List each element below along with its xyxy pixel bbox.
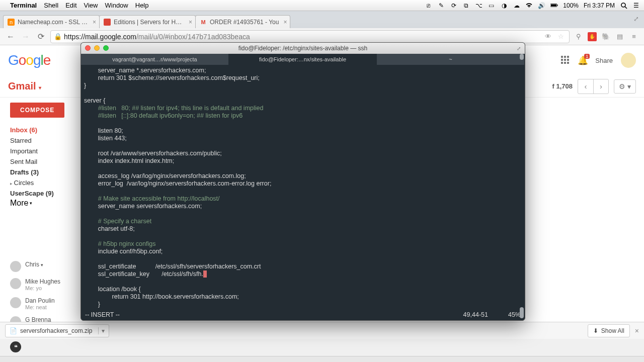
terminal-tabs: vagrant@vagrant…r/www/projecta fido@Fide… bbox=[81, 54, 525, 65]
terminal-body[interactable]: server_name *.serversforhackers.com; ret… bbox=[81, 65, 525, 311]
terminal-tab[interactable]: vagrant@vagrant…r/www/projecta bbox=[81, 54, 229, 65]
evernote-icon[interactable]: 🐘 bbox=[601, 32, 611, 42]
favicon-namecheap: n bbox=[8, 19, 15, 26]
chrome-tabstrip: n Namecheap.com - SSL Ce × Editions | Se… bbox=[0, 11, 644, 28]
download-item[interactable]: 📄 serversforhackers_com.zip ▾ bbox=[5, 324, 109, 337]
eye-icon[interactable]: 👁 bbox=[543, 32, 553, 42]
next-button[interactable]: › bbox=[593, 79, 608, 94]
browser-tab[interactable]: Editions | Servers for Hack × bbox=[99, 15, 196, 28]
screencast-icon[interactable]: ⎚ bbox=[425, 2, 432, 9]
sidebar-folder[interactable]: Drafts (3) bbox=[10, 167, 72, 177]
window-controls[interactable] bbox=[85, 45, 109, 51]
pager: ‹ › bbox=[578, 79, 609, 94]
battery-icon[interactable] bbox=[550, 2, 558, 9]
volume-icon[interactable]: 🔊 bbox=[538, 2, 545, 9]
lock-icon: 🔒 bbox=[54, 33, 62, 40]
battery-percent: 100% bbox=[563, 2, 579, 9]
more-link[interactable]: More▾ bbox=[10, 199, 72, 208]
favicon-sfh bbox=[104, 19, 111, 26]
active-app[interactable]: Terminal bbox=[10, 2, 37, 9]
terminal-title: fido@Fideloper: /etc/nginx/sites-availab… bbox=[238, 45, 367, 52]
menu-help[interactable]: Help bbox=[135, 2, 149, 9]
notifications-bell-icon[interactable]: 🔔1 bbox=[577, 55, 588, 66]
google-logo[interactable]: Google bbox=[8, 52, 50, 68]
spotlight-icon[interactable] bbox=[620, 2, 627, 9]
chrome-menu-icon[interactable]: ≡ bbox=[629, 32, 639, 42]
sidebar-folder[interactable]: Starred bbox=[10, 135, 72, 146]
wifi-icon[interactable] bbox=[525, 2, 533, 9]
terminal-window[interactable]: fido@Fideloper: /etc/nginx/sites-availab… bbox=[80, 42, 525, 321]
gmail-sidebar: COMPOSE Inbox (6)StarredImportantSent Ma… bbox=[0, 98, 75, 339]
apps-grid-icon[interactable] bbox=[561, 56, 570, 65]
chat-contact[interactable]: Dan PoulinMe: neat bbox=[10, 294, 72, 313]
svg-rect-1 bbox=[551, 4, 556, 6]
download-shelf: 📄 serversforhackers_com.zip ▾ ⬇ Show All… bbox=[0, 322, 644, 339]
chat-contact[interactable]: Mike HughesMe: yo bbox=[10, 275, 72, 294]
chevron-down-icon[interactable]: ▾ bbox=[98, 327, 105, 334]
address-bar[interactable]: 🔒 https://mail.google.com/mail/u/0/#inbo… bbox=[50, 30, 570, 43]
vpn-icon[interactable]: ◑ bbox=[500, 2, 508, 9]
svg-rect-2 bbox=[557, 5, 558, 6]
menu-edit[interactable]: Edit bbox=[65, 2, 76, 9]
browser-tab[interactable]: M ORDER #14935761 - You × bbox=[195, 15, 290, 28]
hangouts-icon[interactable]: ❝ bbox=[10, 341, 21, 352]
inbox-count: f 1,708 bbox=[552, 82, 573, 90]
vim-status: -- INSERT -- 49,44-51 45% bbox=[81, 311, 525, 320]
menu-view[interactable]: View bbox=[84, 2, 98, 9]
avatar bbox=[10, 261, 21, 272]
avatar[interactable] bbox=[621, 53, 636, 68]
key-icon[interactable]: ✎ bbox=[437, 2, 445, 9]
compose-button[interactable]: COMPOSE bbox=[10, 103, 64, 118]
display-icon[interactable]: ▭ bbox=[488, 2, 495, 9]
adblock-icon[interactable]: ✋ bbox=[588, 32, 597, 41]
menu-window[interactable]: Window bbox=[105, 2, 128, 9]
sync-icon[interactable]: ⟳ bbox=[450, 2, 457, 9]
download-icon: ⬇ bbox=[593, 327, 598, 334]
sidebar-folder[interactable]: Inbox (6) bbox=[10, 125, 72, 135]
dock[interactable] bbox=[0, 356, 644, 362]
prev-button[interactable]: ‹ bbox=[578, 79, 593, 94]
terminal-scrollbar[interactable] bbox=[519, 54, 524, 318]
fullscreen-icon[interactable]: ⤢ bbox=[633, 15, 639, 23]
forward-button[interactable]: → bbox=[20, 31, 31, 42]
extension-icon[interactable]: ⚲ bbox=[574, 32, 584, 42]
sidebar-folder[interactable]: Sent Mail bbox=[10, 156, 72, 167]
terminal-tab[interactable]: fido@Fideloper:…nx/sites-available bbox=[229, 54, 377, 65]
close-tab-icon[interactable]: × bbox=[283, 19, 287, 26]
back-button[interactable]: ← bbox=[5, 31, 16, 42]
close-shelf-icon[interactable]: × bbox=[635, 327, 639, 335]
show-all-button[interactable]: ⬇ Show All bbox=[588, 324, 630, 337]
dropbox-icon[interactable]: ⧉ bbox=[462, 2, 470, 9]
file-icon: 📄 bbox=[10, 327, 17, 334]
menu-shell[interactable]: Shell bbox=[44, 2, 58, 9]
bookmark-icon[interactable]: ☆ bbox=[556, 32, 566, 42]
chat-icon[interactable]: ☁ bbox=[513, 2, 520, 9]
sidebar-folder[interactable]: UserScape (9) bbox=[10, 188, 72, 199]
alfred-icon[interactable]: ⌥ bbox=[475, 2, 482, 9]
notification-center-icon[interactable]: ☰ bbox=[632, 2, 640, 9]
browser-tab[interactable]: n Namecheap.com - SSL Ce × bbox=[3, 15, 100, 28]
avatar bbox=[10, 278, 21, 289]
macos-menubar: Terminal Shell Edit View Window Help ⎚ ✎… bbox=[0, 0, 644, 11]
terminal-tab[interactable]: ~ bbox=[377, 54, 525, 65]
sidebar-folder[interactable]: Important bbox=[10, 146, 72, 156]
clock[interactable]: Fri 3:37 PM bbox=[584, 2, 615, 9]
page-icon[interactable]: ▤ bbox=[615, 32, 625, 42]
terminal-titlebar[interactable]: fido@Fideloper: /etc/nginx/sites-availab… bbox=[81, 43, 525, 54]
close-tab-icon[interactable]: × bbox=[93, 19, 96, 26]
svg-point-3 bbox=[621, 3, 625, 7]
svg-line-4 bbox=[625, 7, 627, 9]
avatar bbox=[10, 297, 21, 308]
favicon-gmail: M bbox=[200, 19, 207, 26]
reload-button[interactable]: ⟳ bbox=[35, 31, 46, 42]
gmail-label[interactable]: Gmail ▾ bbox=[8, 80, 41, 92]
close-tab-icon[interactable]: × bbox=[189, 19, 192, 26]
chat-contact[interactable]: Chris ▾ bbox=[10, 258, 72, 275]
sidebar-folder[interactable]: ▸ Circles bbox=[10, 177, 72, 188]
maximize-icon[interactable]: ⤢ bbox=[517, 46, 521, 51]
settings-gear-icon[interactable]: ⚙ ▾ bbox=[614, 79, 636, 94]
share-button[interactable]: Share bbox=[595, 57, 613, 64]
